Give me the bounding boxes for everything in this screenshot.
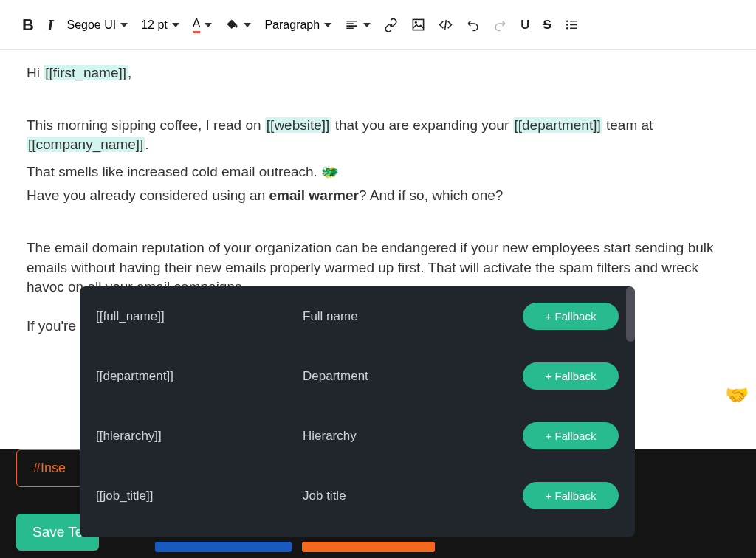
undo-icon [466, 18, 480, 32]
chevron-down-icon [244, 23, 251, 27]
popup-label: Full name [303, 309, 523, 324]
popup-label: Hierarchy [303, 429, 523, 444]
popup-label: Job title [303, 489, 523, 503]
text: Have you already considered using an [27, 187, 269, 203]
fallback-button[interactable]: + Fallback [523, 482, 619, 509]
text: This morning sipping coffee, I read on [27, 117, 265, 133]
text: team at [602, 117, 653, 133]
popup-row[interactable]: [[hierarchy]]Hierarchy+ Fallback [80, 406, 635, 466]
handshake-emoji[interactable]: 🤝 [725, 384, 749, 407]
popup-row[interactable]: [[contact_location]]Contact location+ Fa… [80, 526, 635, 537]
popup-row[interactable]: [[job_title]]Job title+ Fallback [80, 466, 635, 526]
image-icon [411, 18, 425, 32]
paragraph-warmer: Have you already considered using an ema… [27, 186, 729, 206]
paragraph-smells: That smells like increased cold email ou… [27, 162, 729, 182]
var-department[interactable]: [[department]] [513, 117, 602, 133]
fallback-button[interactable]: + Fallback [523, 422, 619, 450]
var-first-name[interactable]: [[first_name]] [44, 65, 128, 80]
font-family-select[interactable]: Segoe UI [66, 18, 128, 32]
chevron-down-icon [205, 23, 212, 27]
highlight-color-select[interactable] [225, 18, 251, 32]
fallback-button[interactable]: + Fallback [523, 303, 619, 330]
list-button[interactable] [565, 18, 579, 32]
bold-button[interactable]: B [22, 16, 34, 35]
bold-text: email warmer [269, 187, 358, 203]
text: that you are expanding your [331, 117, 512, 133]
fallback-button[interactable]: + Fallback [523, 362, 619, 390]
var-website[interactable]: [[website]] [265, 117, 331, 133]
svg-point-2 [566, 21, 568, 22]
chevron-down-icon [120, 23, 128, 27]
paint-bucket-icon [225, 18, 239, 32]
font-color-select[interactable]: A [193, 17, 213, 33]
font-size-label: 12 pt [141, 18, 168, 32]
paragraph-style-label: Paragraph [264, 18, 320, 32]
chevron-down-icon [172, 23, 179, 27]
toolbar: B I Segoe UI 12 pt A Paragraph [0, 0, 756, 50]
svg-rect-0 [413, 19, 424, 30]
link-icon [384, 18, 398, 32]
scrollbar[interactable] [626, 286, 635, 342]
svg-point-4 [566, 27, 568, 29]
popup-row[interactable]: [[full_name]]Full name+ Fallback [80, 286, 635, 346]
code-icon [439, 18, 453, 32]
text: . [145, 137, 148, 152]
insert-variable-button[interactable]: #Inse [16, 450, 83, 487]
chevron-down-icon [363, 23, 371, 27]
redo-button[interactable] [493, 18, 507, 32]
chevron-down-icon [324, 23, 331, 27]
var-company[interactable]: [[company_name]] [27, 137, 145, 152]
link-button[interactable] [384, 18, 398, 32]
svg-point-3 [566, 24, 568, 25]
orange-bar [302, 542, 435, 552]
image-button[interactable] [411, 18, 425, 32]
greeting-line: Hi [[first_name]], [27, 63, 729, 83]
font-color-letter: A [193, 17, 201, 33]
alignment-select[interactable] [345, 18, 371, 32]
popup-row[interactable]: [[department]]Department+ Fallback [80, 346, 635, 406]
text: Hi [27, 65, 44, 80]
popup-token: [[job_title]] [96, 489, 303, 503]
redo-icon [493, 18, 507, 32]
undo-button[interactable] [466, 18, 480, 32]
text: , [128, 65, 131, 80]
paragraph-style-select[interactable]: Paragraph [264, 18, 331, 32]
paragraph-expanding: This morning sipping coffee, I read on [… [27, 116, 729, 155]
code-button[interactable] [439, 18, 453, 32]
popup-token: [[hierarchy]] [96, 429, 303, 444]
color-bars [155, 542, 435, 552]
font-family-label: Segoe UI [66, 18, 116, 32]
underline-button[interactable]: U [520, 18, 529, 32]
strike-button[interactable]: S [543, 18, 551, 32]
font-size-select[interactable]: 12 pt [141, 18, 179, 32]
svg-point-1 [415, 21, 417, 24]
text: ? And if so, which one? [359, 187, 503, 203]
blue-bar [155, 542, 292, 552]
popup-token: [[department]] [96, 369, 303, 384]
variable-popup: [[full_name]]Full name+ Fallback[[depart… [80, 286, 635, 537]
italic-button[interactable]: I [47, 16, 54, 35]
popup-token: [[full_name]] [96, 309, 303, 324]
list-icon [565, 18, 579, 32]
align-left-icon [345, 18, 359, 32]
popup-label: Department [303, 369, 523, 384]
